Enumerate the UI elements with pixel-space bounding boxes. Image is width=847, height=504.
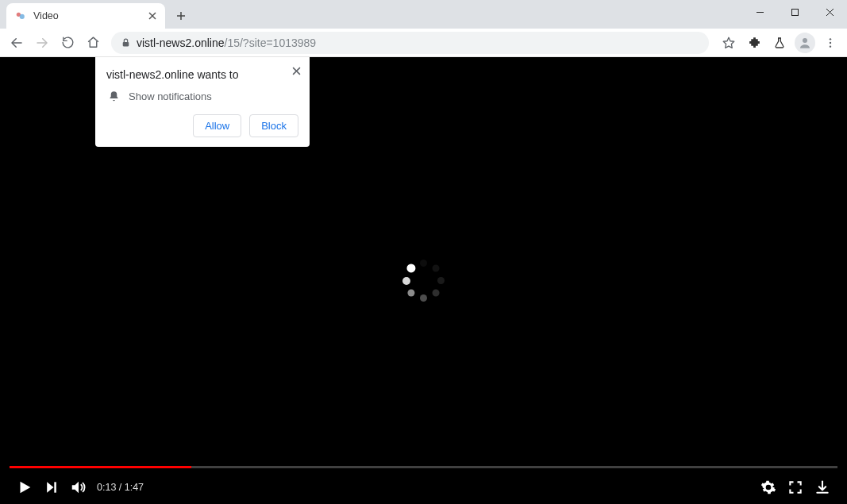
video-controls: 0:13 / 1:47 xyxy=(0,466,847,504)
address-bar[interactable]: vistl-news2.online/15/?site=1013989 xyxy=(111,32,709,54)
menu-button[interactable] xyxy=(818,31,842,55)
new-tab-button[interactable] xyxy=(170,5,192,27)
svg-point-1 xyxy=(20,14,25,19)
favicon-icon xyxy=(14,10,27,22)
play-button[interactable] xyxy=(11,474,38,501)
tab-title: Video xyxy=(33,10,146,21)
window-controls xyxy=(742,0,847,24)
svg-rect-7 xyxy=(791,9,798,15)
url-domain: vistl-news2.online xyxy=(137,37,225,49)
bell-icon xyxy=(106,89,121,103)
window-minimize-button[interactable] xyxy=(742,0,777,24)
browser-toolbar: vistl-news2.online/15/?site=1013989 xyxy=(0,29,847,57)
titlebar: Video xyxy=(0,0,847,29)
next-button[interactable] xyxy=(38,474,65,501)
avatar-icon xyxy=(795,33,815,53)
allow-button[interactable]: Allow xyxy=(193,114,241,137)
loading-spinner-icon xyxy=(400,257,448,305)
reload-button[interactable] xyxy=(56,31,79,55)
svg-point-17 xyxy=(830,45,831,47)
window-close-button[interactable] xyxy=(812,0,847,24)
url-path: /15/?site=1013989 xyxy=(225,37,317,49)
svg-rect-12 xyxy=(122,42,129,46)
browser-tab[interactable]: Video xyxy=(6,3,165,29)
bookmark-star-button[interactable] xyxy=(717,31,741,55)
popup-close-button[interactable] xyxy=(289,63,303,78)
svg-marker-18 xyxy=(21,482,31,494)
block-button[interactable]: Block xyxy=(249,114,298,137)
video-progress-played xyxy=(10,466,191,468)
tab-close-button[interactable] xyxy=(146,10,159,22)
forward-button[interactable] xyxy=(30,31,54,55)
popup-title: vistl-news2.online wants to xyxy=(106,68,298,81)
settings-button[interactable] xyxy=(755,474,782,501)
extensions-button[interactable] xyxy=(742,31,766,55)
home-button[interactable] xyxy=(81,31,105,55)
svg-marker-19 xyxy=(47,482,53,492)
page-content: 0:13 / 1:47 vistl-news2.online wants to xyxy=(0,57,847,504)
svg-point-16 xyxy=(830,41,831,43)
svg-marker-21 xyxy=(72,482,79,494)
svg-point-14 xyxy=(803,38,807,43)
download-button[interactable] xyxy=(809,474,836,501)
back-button[interactable] xyxy=(5,31,29,55)
video-progress-bar[interactable] xyxy=(10,466,837,468)
svg-rect-20 xyxy=(54,482,56,492)
profile-button[interactable] xyxy=(793,31,817,55)
fullscreen-button[interactable] xyxy=(782,474,809,501)
window-maximize-button[interactable] xyxy=(777,0,812,24)
volume-button[interactable] xyxy=(65,474,92,501)
lock-icon xyxy=(119,37,132,49)
svg-marker-13 xyxy=(723,37,734,48)
video-time: 0:13 / 1:47 xyxy=(97,482,144,493)
labs-button[interactable] xyxy=(768,31,791,55)
permission-popup: vistl-news2.online wants to Show notific… xyxy=(95,57,310,147)
svg-point-15 xyxy=(830,38,831,40)
popup-item-label: Show notifications xyxy=(129,90,212,102)
